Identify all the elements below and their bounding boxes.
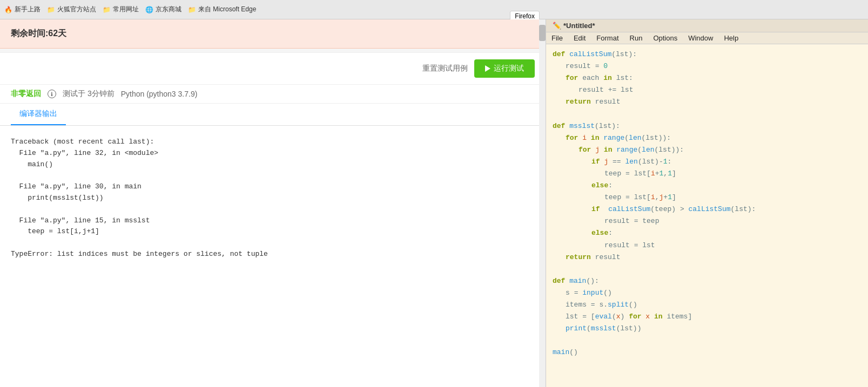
code-line-1: def calListSum(lst): — [553, 49, 862, 60]
notice-text: 剩余时间:62天 — [11, 29, 66, 38]
menu-help[interactable]: Help — [718, 32, 744, 44]
output-line-7 — [11, 204, 535, 215]
play-icon — [485, 65, 490, 72]
code-line-10: if j == len(lst)-1: — [553, 156, 862, 168]
output-line-11: TypeError: list indices must be integers… — [11, 249, 535, 260]
menu-run[interactable]: Run — [624, 32, 648, 44]
code-line-24: print(msslst(lst)) — [553, 323, 862, 335]
ide-code-area[interactable]: def calListSum(lst): result = 0 for each… — [546, 44, 868, 387]
output-line-1: Traceback (most recent call last): — [11, 137, 535, 148]
nav-edge-import[interactable]: 📁 来自 Microsoft Edge — [188, 5, 256, 14]
code-line-6 — [553, 108, 862, 120]
code-line-5: return result — [553, 96, 862, 108]
run-button[interactable]: 运行测试 — [474, 59, 535, 78]
code-line-8: for i in range(len(lst)): — [553, 132, 862, 144]
menu-window[interactable]: Window — [683, 32, 718, 44]
edit-icon: ✏️ — [553, 22, 561, 30]
code-line-25 — [553, 335, 862, 347]
code-line-15: result = teep — [553, 215, 862, 227]
output-line-3: main() — [11, 159, 535, 171]
menu-options[interactable]: Options — [648, 32, 683, 44]
output-line-8: File "a.py", line 15, in msslst — [11, 215, 535, 227]
ide-menubar: File Edit Format Run Options Window Help — [546, 32, 868, 44]
flame-icon: 🔥 — [4, 6, 12, 13]
output-area: Traceback (most recent call last): File … — [0, 126, 546, 387]
actions-bar: 重置测试用例 运行测试 — [0, 53, 546, 85]
output-line-2: File "a.py", line 32, in <module> — [11, 148, 535, 159]
code-line-11: teep = lst[i+1,1] — [553, 168, 862, 180]
output-line-6: print(msslst(lst)) — [11, 193, 535, 204]
menu-format[interactable]: Format — [591, 32, 624, 44]
nav-firefox-site[interactable]: 📁 火狐官方站点 — [47, 5, 96, 14]
code-line-12: else: — [553, 180, 862, 192]
scrollbar-track[interactable] — [539, 19, 546, 387]
ide-title: *Untitled* — [563, 22, 595, 30]
code-line-20: def main(): — [553, 275, 862, 287]
folder-icon-2: 📁 — [103, 6, 111, 13]
code-line-4: result += lst — [553, 84, 862, 96]
folder-icon-3: 📁 — [188, 6, 196, 13]
test-time-text: 测试于 3分钟前 — [63, 89, 115, 99]
code-line-13: teep = lst[i,j+1] — [553, 192, 862, 203]
code-line-3: for each in lst: — [553, 72, 862, 84]
output-line-9: teep = lst[i,j+1] — [11, 226, 535, 237]
menu-file[interactable]: File — [546, 32, 568, 44]
status-bar: 非零返回 ℹ 测试于 3分钟前 Python (python3 3.7.9) — [0, 85, 546, 104]
language-text: Python (python3 3.7.9) — [121, 90, 198, 98]
globe-icon: 🌐 — [145, 6, 153, 13]
nav-jd[interactable]: 🌐 京东商城 — [145, 5, 181, 14]
nav-common-urls[interactable]: 📁 常用网址 — [103, 5, 139, 14]
code-line-14: if calListSum(teep) > calListSum(lst): — [553, 203, 862, 215]
tab-compiler-output[interactable]: 编译器输出 — [11, 104, 66, 125]
code-line-2: result = 0 — [553, 60, 862, 72]
code-line-9: for j in range(len(lst)): — [553, 144, 862, 156]
code-line-22: items = s.split() — [553, 299, 862, 311]
code-line-7: def msslst(lst): — [553, 120, 862, 132]
menu-edit[interactable]: Edit — [568, 32, 591, 44]
code-line-16: else: — [553, 227, 862, 239]
scrollbar-thumb[interactable] — [539, 25, 546, 41]
ide-titlebar: ✏️ *Untitled* — [546, 19, 868, 32]
tab-bar: 编译器输出 — [0, 104, 546, 126]
code-line-17: result = lst — [553, 240, 862, 252]
output-line-5: File "a.py", line 30, in main — [11, 181, 535, 193]
browser-toolbar: 🔥 新手上路 📁 火狐官方站点 📁 常用网址 🌐 京东商城 📁 来自 Micro… — [0, 0, 868, 19]
code-line-23: lst = [eval(x) for x in items] — [553, 311, 862, 323]
notice-bar: 剩余时间:62天 — [0, 19, 546, 49]
nav-new-user[interactable]: 🔥 新手上路 — [4, 5, 41, 14]
non-zero-badge: 非零返回 — [11, 89, 41, 99]
ide-panel: ✏️ *Untitled* File Edit Format Run Optio… — [546, 19, 868, 387]
output-line-4 — [11, 170, 535, 181]
code-line-21: s = input() — [553, 287, 862, 299]
code-line-18: return result — [553, 252, 862, 263]
reset-button[interactable]: 重置测试用例 — [422, 64, 468, 73]
code-line-19 — [553, 263, 862, 275]
folder-icon-1: 📁 — [47, 6, 55, 13]
code-line-26: main() — [553, 347, 862, 358]
info-icon[interactable]: ℹ — [48, 90, 56, 98]
main-area: 剩余时间:62天 重置测试用例 运行测试 非零返回 ℹ 测试于 3分钟前 Pyt… — [0, 19, 868, 387]
output-line-10 — [11, 237, 535, 249]
browser-content: 剩余时间:62天 重置测试用例 运行测试 非零返回 ℹ 测试于 3分钟前 Pyt… — [0, 19, 546, 387]
